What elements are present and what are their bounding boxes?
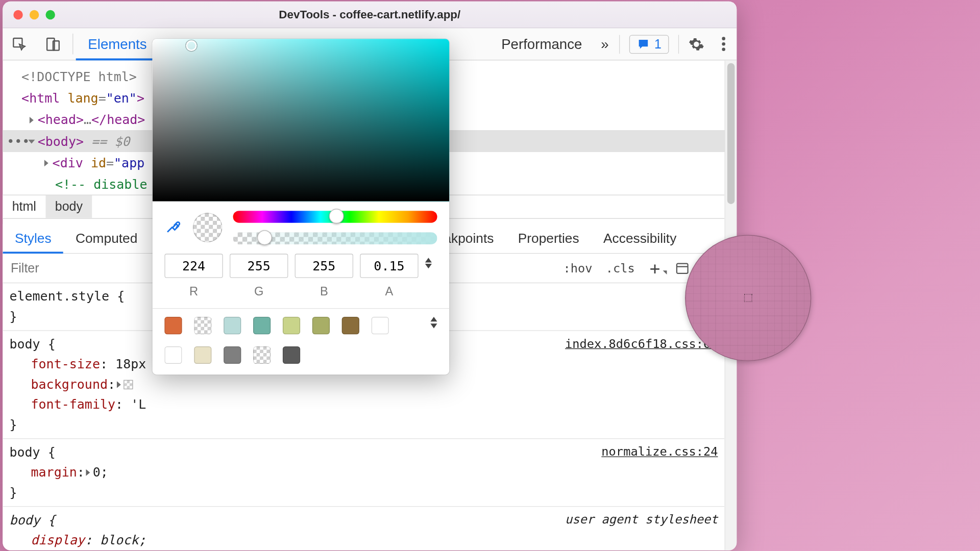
tab-elements[interactable]: Elements: [76, 28, 159, 60]
a-input[interactable]: [360, 254, 418, 278]
g-label: G: [230, 285, 288, 299]
disclosure-triangle-icon[interactable]: [28, 140, 35, 144]
issues-button[interactable]: 1: [629, 35, 669, 54]
tab-performance[interactable]: Performance: [489, 28, 595, 60]
palette-swatch[interactable]: [283, 346, 300, 364]
expand-shorthand-icon[interactable]: [86, 469, 90, 476]
inspect-element-icon[interactable]: [3, 28, 36, 60]
more-options-icon[interactable]: [710, 37, 737, 51]
toggle-class-button[interactable]: .cls: [599, 261, 642, 276]
picker-controls-row: [153, 202, 450, 251]
rgba-inputs: R G B A: [153, 251, 450, 298]
svg-rect-0: [13, 38, 22, 46]
disclosure-triangle-icon[interactable]: [44, 160, 48, 166]
palette-swatch[interactable]: [253, 346, 271, 364]
style-source-link[interactable]: index.8d6c6f18.css:64: [565, 334, 718, 354]
hue-slider[interactable]: [233, 211, 437, 223]
window-titlebar: DevTools - coffee-cart.netlify.app/: [3, 2, 737, 29]
divider: [620, 35, 620, 54]
palette-swatch[interactable]: [342, 317, 359, 334]
sv-handle[interactable]: [186, 40, 197, 51]
palette-grid: [164, 317, 388, 364]
breadcrumb-item[interactable]: body: [45, 195, 92, 218]
color-sliders: [233, 211, 437, 244]
scrollbar-thumb[interactable]: [727, 63, 734, 204]
palette-swatch[interactable]: [164, 317, 182, 334]
b-label: B: [295, 285, 353, 299]
color-palette: [153, 309, 450, 374]
current-color-swatch: [193, 213, 223, 242]
device-toolbar-icon[interactable]: [36, 28, 70, 60]
palette-set-switcher[interactable]: [430, 317, 437, 328]
slider-thumb[interactable]: [258, 230, 273, 245]
subtab-properties[interactable]: Properties: [506, 224, 591, 253]
minimize-window[interactable]: [30, 10, 39, 19]
expand-shorthand-icon[interactable]: [117, 381, 121, 388]
toggle-hover-button[interactable]: :hov: [556, 261, 599, 276]
style-source-link[interactable]: normalize.css:24: [601, 442, 718, 462]
breadcrumb-item[interactable]: html: [3, 195, 45, 218]
svg-rect-3: [677, 263, 688, 273]
zoom-window[interactable]: [45, 10, 55, 19]
eyedropper-icon[interactable]: [164, 217, 182, 237]
palette-swatch[interactable]: [164, 346, 182, 364]
divider: [678, 35, 679, 54]
tabs-overflow[interactable]: »: [594, 28, 616, 60]
palette-swatch[interactable]: [253, 317, 271, 334]
subtab-styles[interactable]: Styles: [3, 224, 63, 253]
style-source-label: user agent stylesheet: [565, 510, 718, 530]
palette-swatch[interactable]: [194, 317, 211, 334]
alpha-slider[interactable]: [233, 232, 437, 244]
g-input[interactable]: [230, 254, 288, 278]
issues-count: 1: [654, 37, 662, 52]
palette-swatch[interactable]: [194, 346, 211, 364]
style-rule[interactable]: normalize.css:24 body { margin:0; }: [3, 439, 724, 507]
subtab-computed[interactable]: Computed: [63, 224, 150, 253]
eyedropper-magnifier-lens: [685, 235, 811, 361]
settings-icon[interactable]: [683, 36, 710, 52]
r-label: R: [164, 285, 223, 299]
color-swatch-icon[interactable]: [124, 380, 133, 389]
palette-swatch[interactable]: [372, 317, 389, 334]
palette-swatch[interactable]: [312, 317, 330, 334]
r-input[interactable]: [164, 254, 223, 278]
divider: [72, 34, 73, 55]
tabstrip-right-tools: 1: [616, 28, 737, 60]
style-rule-user-agent[interactable]: user agent stylesheet body { display: bl…: [3, 507, 724, 550]
palette-swatch[interactable]: [283, 317, 300, 334]
slider-thumb[interactable]: [329, 209, 344, 223]
new-style-rule-button[interactable]: +: [642, 258, 668, 278]
close-window[interactable]: [13, 10, 22, 19]
palette-swatch[interactable]: [224, 346, 241, 364]
disclosure-triangle-icon[interactable]: [30, 117, 34, 123]
a-label: A: [360, 285, 418, 299]
color-mode-switcher[interactable]: [425, 254, 437, 268]
palette-swatch[interactable]: [224, 317, 241, 334]
saturation-value-field[interactable]: [153, 39, 450, 201]
traffic-lights: [3, 10, 55, 19]
b-input[interactable]: [295, 254, 353, 278]
color-picker-popover: R G B A: [153, 39, 450, 374]
subtab-accessibility[interactable]: Accessibility: [591, 224, 689, 253]
window-title: DevTools - coffee-cart.netlify.app/: [3, 8, 737, 21]
